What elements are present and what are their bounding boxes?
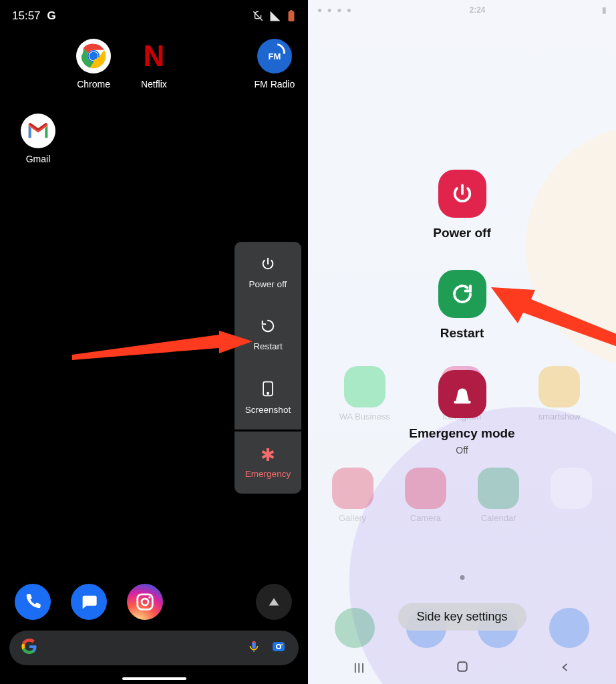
dock [0,584,308,620]
samsung-phone-right: 2:24 ▮ WA Business Instagram smartshow G… [308,0,616,684]
power-off-label: Power off [249,279,287,289]
home-apps-row-2: Gmail [0,102,308,164]
svg-rect-1 [289,11,295,21]
side-key-label: Side key settings [416,610,507,623]
nav-bar: III [308,652,616,684]
page-indicator [460,575,464,580]
app-chrome[interactable]: Chrome [64,39,123,90]
messages-icon [80,592,98,611]
nav-home[interactable] [456,660,469,677]
phone-icon [23,592,42,611]
emergency-sub: Off [456,445,468,456]
app-netflix[interactable]: N Netflix [124,39,183,90]
restart-icon [438,270,486,318]
home-apps-row-1: Chrome N Netflix FM FM Radio [0,27,308,90]
emergency-label: Emergency [245,469,291,479]
svg-marker-9 [72,331,253,360]
svg-point-15 [277,645,280,648]
status-bar-right: 2:24 ▮ [308,0,616,15]
nav-back[interactable] [560,661,571,676]
dnd-off-icon [252,10,264,22]
signal-icon: x [269,10,281,22]
nav-recents[interactable]: III [353,661,365,676]
side-key-settings-button[interactable]: Side key settings [398,603,526,631]
app-label: Netflix [141,79,167,90]
clock: 15:57 [12,9,41,23]
svg-point-16 [281,644,283,646]
power-icon [438,170,486,218]
status-left: 15:57 G [12,9,56,23]
battery-icon [287,10,296,22]
svg-rect-17 [454,401,471,403]
restart-option[interactable]: Restart [438,270,486,341]
svg-text:x: x [276,11,279,15]
power-off-button[interactable]: Power off [235,242,301,304]
screenshot-button[interactable]: Screenshot [235,366,301,430]
dock-drawer[interactable] [256,584,292,620]
screenshot-label: Screenshot [245,405,291,415]
svg-point-12 [148,596,150,598]
restart-label: Restart [253,341,283,351]
svg-point-8 [267,393,269,394]
android-phone-left: 15:57 G x Chrome N Netflix FM FM Radio [0,0,308,684]
fmradio-icon: FM [257,39,292,73]
status-notif-dots [317,5,353,15]
power-off-option[interactable]: Power off [433,170,491,240]
restart-button[interactable]: Restart [235,304,301,366]
app-label: Chrome [77,79,110,90]
screenshot-icon [261,381,275,399]
emergency-mode-option[interactable]: Emergency mode Off [409,370,514,456]
emergency-button[interactable]: ✱ Emergency [235,432,301,494]
svg-point-11 [142,598,148,605]
annotation-arrow-left [72,331,253,363]
bg-app-row-2: Gallery Camera Calendar [308,468,616,523]
power-off-label: Power off [433,226,491,240]
dock-messages[interactable] [71,584,107,620]
app-label: FM Radio [255,79,295,90]
gesture-nav-indicator[interactable] [122,677,186,680]
gmail-icon [21,114,55,148]
emergency-icon [438,370,486,418]
drawer-icon [267,594,281,609]
bg-app-label: Gallery [339,513,366,523]
status-battery-icon: ▮ [602,5,607,15]
netflix-icon: N [136,39,171,73]
power-menu: Power off Restart Screenshot ✱ Emergency [235,242,301,494]
emergency-icon: ✱ [261,446,275,464]
power-icon [261,256,275,274]
google-logo-icon [21,639,37,657]
chrome-icon [76,39,111,73]
app-fmradio[interactable]: FM FM Radio [245,39,304,90]
instagram-icon [135,592,155,612]
google-g-icon: G [47,9,56,23]
status-time-right: 2:24 [469,5,485,15]
restart-label: Restart [440,326,484,341]
dock-phone[interactable] [15,584,51,620]
bg-app-label: Camera [410,513,441,523]
power-options: Power off Restart Emergency mode Off [308,170,616,456]
app-label: Gmail [26,154,51,164]
svg-rect-2 [290,10,293,12]
status-bar: 15:57 G x [0,0,308,27]
app-gmail[interactable]: Gmail [8,114,68,164]
bg-app-label: Calendar [481,513,516,523]
svg-rect-20 [458,662,466,671]
google-search-bar[interactable] [9,631,299,665]
svg-rect-18 [461,392,463,397]
lens-icon[interactable] [271,639,287,657]
dock-instagram[interactable] [127,584,163,620]
status-right: x [252,10,296,22]
emergency-label: Emergency mode [409,426,514,441]
mic-icon[interactable] [247,639,261,657]
restart-icon [261,319,275,336]
